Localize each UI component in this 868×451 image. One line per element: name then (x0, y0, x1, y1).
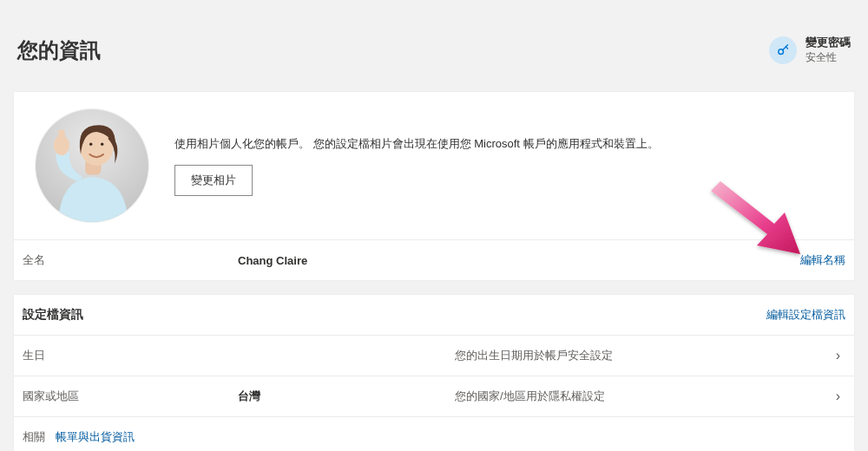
profile-info-card: 設定檔資訊 編輯設定檔資訊 生日 您的出生日期用於帳戶安全設定 › 國家或地區 … (13, 294, 855, 451)
table-row[interactable]: 國家或地區 台灣 您的國家/地區用於隱私權設定 › (14, 376, 854, 416)
country-value: 台灣 (238, 389, 455, 404)
country-note: 您的國家/地區用於隱私權設定 (455, 389, 825, 404)
billing-shipping-link[interactable]: 帳單與出貨資訊 (56, 430, 135, 443)
table-row[interactable]: 生日 您的出生日期用於帳戶安全設定 › (14, 335, 854, 376)
chevron-right-icon: › (836, 348, 840, 363)
page-title: 您的資訊 (17, 36, 101, 64)
svg-rect-7 (58, 129, 65, 145)
profile-card: 使用相片個人化您的帳戶。 您的設定檔相片會出現在使用您 Microsoft 帳戶… (13, 91, 855, 281)
profile-description: 使用相片個人化您的帳戶。 您的設定檔相片會出現在使用您 Microsoft 帳戶… (174, 135, 845, 154)
birthday-label: 生日 (23, 348, 238, 363)
avatar (36, 109, 148, 222)
svg-point-4 (89, 143, 92, 146)
change-password-quick-action[interactable]: 變更密碼 安全性 (769, 35, 851, 65)
key-icon (769, 36, 797, 64)
edit-name-link[interactable]: 編輯名稱 (800, 252, 845, 268)
quick-action-subtitle: 安全性 (806, 50, 851, 65)
quick-action-title: 變更密碼 (806, 35, 851, 50)
full-name-label: 全名 (23, 252, 238, 268)
related-label: 相關 (23, 430, 45, 443)
chevron-right-icon: › (836, 389, 840, 404)
profile-info-header: 設定檔資訊 (23, 307, 83, 323)
edit-profile-info-link[interactable]: 編輯設定檔資訊 (766, 307, 845, 323)
change-photo-button[interactable]: 變更相片 (174, 165, 253, 196)
full-name-value: Chang Claire (238, 254, 455, 267)
birthday-note: 您的出生日期用於帳戶安全設定 (455, 348, 825, 363)
country-label: 國家或地區 (23, 389, 238, 404)
svg-point-5 (101, 143, 103, 146)
